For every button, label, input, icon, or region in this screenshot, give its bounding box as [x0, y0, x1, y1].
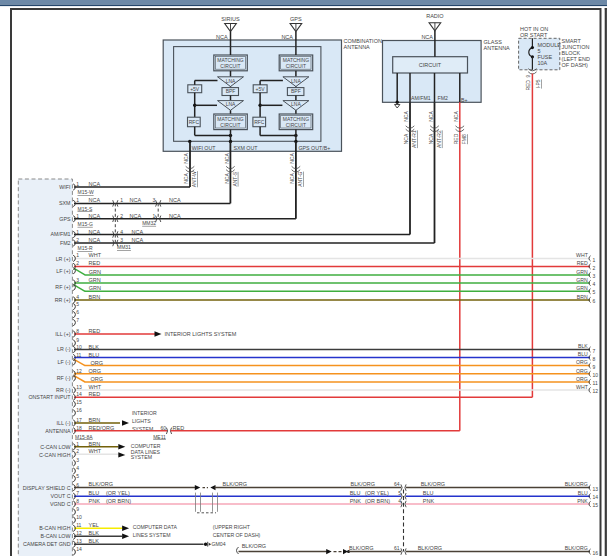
svg-text:SXM: SXM	[59, 200, 70, 206]
svg-text:4: 4	[398, 498, 401, 504]
svg-text:BLK/ORG: BLK/ORG	[89, 481, 113, 487]
svg-text:FM2: FM2	[60, 240, 71, 246]
svg-text:RED: RED	[577, 260, 588, 266]
svg-text:RR (-): RR (-)	[56, 387, 71, 393]
svg-text:SMART: SMART	[562, 38, 582, 44]
svg-text:2: 2	[120, 213, 123, 219]
svg-text:B+: B+	[461, 97, 468, 103]
svg-text:ME11: ME11	[153, 434, 166, 440]
svg-text:NCA: NCA	[216, 34, 228, 40]
svg-text:NCA: NCA	[89, 197, 101, 203]
svg-text:RED: RED	[453, 133, 459, 144]
svg-text:M15-R: M15-R	[78, 245, 93, 251]
svg-text:RF (-): RF (-)	[57, 375, 71, 381]
svg-text:PNK: PNK	[89, 498, 101, 504]
svg-text:INTERIOR: INTERIOR	[132, 410, 157, 416]
svg-text:2: 2	[593, 265, 596, 271]
svg-text:BRN: BRN	[89, 417, 101, 423]
svg-text:CIRCUIT: CIRCUIT	[419, 62, 442, 68]
svg-text:NCA: NCA	[403, 133, 409, 144]
svg-text:3: 3	[593, 273, 596, 279]
svg-text:LNA: LNA	[291, 78, 301, 84]
svg-text:ORG: ORG	[576, 359, 588, 365]
svg-text:LR (-): LR (-)	[57, 346, 71, 352]
svg-text:10: 10	[593, 372, 599, 378]
svg-text:NCA: NCA	[132, 237, 144, 243]
svg-text:WHT: WHT	[576, 384, 589, 390]
svg-text:ORG: ORG	[89, 368, 102, 374]
svg-text:CIRCUIT: CIRCUIT	[286, 122, 306, 128]
svg-text:GRN: GRN	[89, 277, 101, 283]
svg-text:RED: RED	[89, 260, 101, 266]
svg-text:SIRIUS: SIRIUS	[221, 16, 240, 22]
svg-text:VGND C: VGND C	[50, 501, 71, 507]
svg-text:(OR YEL): (OR YEL)	[106, 490, 130, 496]
svg-text:1: 1	[76, 441, 79, 447]
svg-text:15: 15	[76, 399, 82, 405]
svg-text:NCA: NCA	[169, 197, 181, 203]
svg-text:CIRCUIT: CIRCUIT	[220, 63, 240, 69]
svg-text:NCA: NCA	[89, 229, 101, 235]
svg-text:RADIO: RADIO	[426, 13, 444, 19]
svg-text:RR (+): RR (+)	[55, 297, 71, 303]
svg-text:RED: RED	[173, 425, 185, 431]
svg-text:CIRCUIT: CIRCUIT	[286, 63, 306, 69]
svg-text:3: 3	[76, 277, 79, 283]
svg-text:3: 3	[76, 457, 79, 463]
svg-text:ILL (-): ILL (-)	[57, 420, 71, 426]
svg-text:NCA: NCA	[89, 213, 101, 219]
svg-text:FM8: FM8	[461, 134, 467, 144]
svg-text:5: 5	[76, 473, 79, 479]
svg-text:14: 14	[76, 391, 82, 397]
svg-text:(OR BRN): (OR BRN)	[365, 498, 390, 504]
svg-text:BLK: BLK	[578, 343, 588, 349]
svg-text:ANTENNA: ANTENNA	[484, 45, 511, 51]
svg-text:RFC: RFC	[254, 119, 265, 125]
svg-text:10: 10	[76, 514, 82, 520]
svg-text:NCA: NCA	[453, 111, 459, 122]
svg-text:(OR BRN): (OR BRN)	[106, 498, 131, 504]
svg-text:M15-G: M15-G	[78, 221, 93, 227]
svg-text:LNA: LNA	[226, 78, 236, 84]
svg-text:BLU: BLU	[578, 351, 588, 357]
svg-text:ANT-R1: ANT-R1	[411, 130, 417, 148]
svg-text:SXM OUT: SXM OUT	[233, 145, 258, 151]
svg-text:13: 13	[76, 384, 82, 390]
svg-text:RF (+): RF (+)	[55, 284, 70, 290]
svg-text:1: 1	[593, 257, 596, 263]
svg-text:2: 2	[76, 237, 79, 243]
svg-text:8: 8	[76, 498, 79, 504]
svg-text:MM31: MM31	[117, 244, 131, 250]
svg-text:BLU: BLU	[578, 490, 588, 496]
svg-text:7: 7	[76, 490, 79, 496]
svg-text:MODULE: MODULE	[538, 42, 562, 48]
svg-text:17: 17	[76, 417, 82, 423]
svg-text:5: 5	[76, 301, 79, 307]
svg-text:RFC: RFC	[189, 119, 200, 125]
svg-text:PNK: PNK	[423, 498, 435, 504]
svg-text:GPS: GPS	[290, 16, 302, 22]
svg-text:BRN: BRN	[89, 294, 101, 300]
svg-text:BPF: BPF	[226, 88, 236, 94]
svg-text:ORG: ORG	[576, 376, 588, 382]
svg-text:BLK/ORG: BLK/ORG	[351, 481, 375, 487]
svg-text:11: 11	[76, 352, 81, 358]
svg-text:NCA: NCA	[224, 173, 230, 184]
svg-text:1: 1	[76, 252, 79, 258]
svg-text:6: 6	[593, 298, 596, 304]
svg-text:3: 3	[152, 197, 155, 203]
svg-text:5: 5	[593, 289, 596, 295]
svg-text:RED: RED	[525, 80, 531, 91]
svg-text:BLK/ORG: BLK/ORG	[223, 481, 247, 487]
svg-text:+5V: +5V	[190, 86, 200, 92]
svg-text:4: 4	[76, 294, 79, 300]
svg-text:ONSTART INPUT: ONSTART INPUT	[28, 394, 71, 400]
svg-text:NCA: NCA	[183, 153, 189, 164]
svg-text:BRN: BRN	[89, 441, 101, 447]
svg-text:GRN: GRN	[576, 277, 588, 283]
svg-text:M15-W: M15-W	[78, 189, 94, 195]
svg-text:INTERIOR LIGHTS SYSTEM: INTERIOR LIGHTS SYSTEM	[165, 331, 237, 337]
svg-text:NCA: NCA	[89, 181, 101, 187]
svg-text:BLK/ORG: BLK/ORG	[565, 481, 588, 487]
svg-text:BLK/ORG: BLK/ORG	[242, 543, 266, 549]
